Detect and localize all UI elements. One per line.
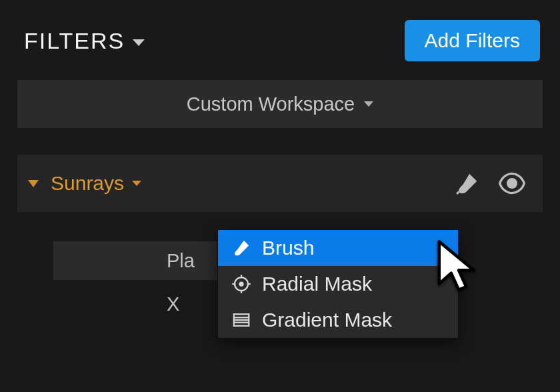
chevron-down-icon: [133, 39, 145, 46]
place-sun-row[interactable]: Pla: [53, 241, 217, 280]
panel-header: FILTERS Add Filters: [0, 0, 560, 80]
add-filters-button[interactable]: Add Filters: [405, 20, 540, 61]
svg-point-2: [240, 283, 243, 286]
mask-menu-item-gradient[interactable]: Gradient Mask: [218, 302, 458, 338]
radial-mask-icon: [230, 273, 253, 295]
mask-type-menu: Brush Radial Mask Gradient Mask: [217, 229, 459, 339]
cursor-pointer-icon: [435, 239, 483, 299]
mask-item-label: Radial Mask: [262, 273, 372, 295]
workspace-selector[interactable]: Custom Workspace: [17, 80, 543, 128]
chevron-down-icon: [364, 101, 373, 107]
mask-menu-item-radial[interactable]: Radial Mask: [218, 266, 458, 302]
chevron-down-icon[interactable]: [132, 181, 141, 186]
filter-row-sunrays[interactable]: Sunrays: [17, 155, 543, 212]
mask-item-label: Gradient Mask: [262, 309, 392, 331]
mask-item-label: Brush: [262, 237, 314, 259]
mask-menu-item-brush[interactable]: Brush: [218, 230, 458, 266]
visibility-eye-icon[interactable]: [480, 169, 527, 198]
filters-title: FILTERS: [24, 28, 125, 54]
brush-icon[interactable]: [455, 171, 480, 196]
collapse-toggle-icon[interactable]: [28, 180, 39, 187]
filter-name: Sunrays: [51, 172, 124, 195]
place-label: Pla: [167, 250, 195, 272]
gradient-mask-icon: [230, 309, 253, 331]
filters-dropdown[interactable]: FILTERS: [24, 28, 145, 54]
workspace-label: Custom Workspace: [187, 93, 355, 115]
brush-icon: [230, 237, 253, 259]
svg-point-0: [508, 179, 517, 188]
